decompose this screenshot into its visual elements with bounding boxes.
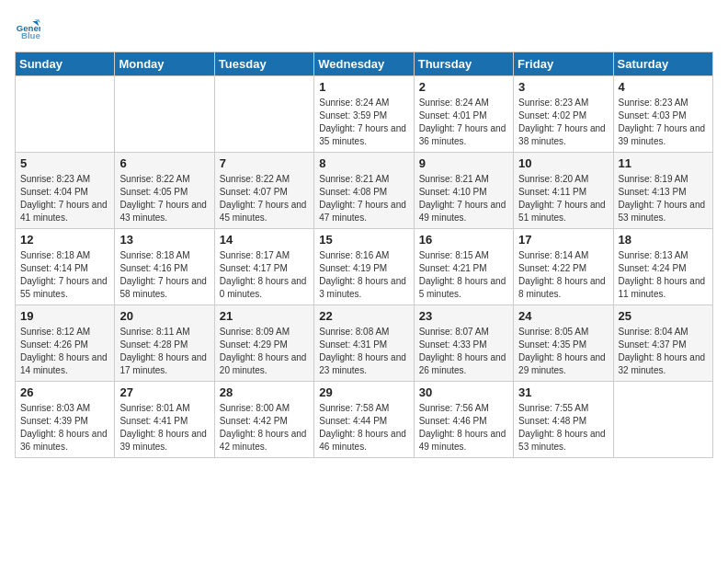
day-info: Sunrise: 8:01 AM Sunset: 4:41 PM Dayligh…: [119, 402, 209, 454]
calendar-cell: 4Sunrise: 8:23 AM Sunset: 4:03 PM Daylig…: [613, 76, 712, 153]
calendar-cell: 31Sunrise: 7:55 AM Sunset: 4:48 PM Dayli…: [514, 382, 613, 458]
page-header: General Blue: [15, 15, 713, 40]
day-number: 27: [119, 385, 209, 399]
calendar-cell: 11Sunrise: 8:19 AM Sunset: 4:13 PM Dayli…: [613, 153, 712, 229]
weekday-header-friday: Friday: [514, 52, 613, 76]
day-info: Sunrise: 8:04 AM Sunset: 4:37 PM Dayligh…: [619, 326, 708, 377]
day-number: 30: [419, 385, 508, 399]
day-info: Sunrise: 8:11 AM Sunset: 4:28 PM Dayligh…: [119, 326, 209, 377]
calendar-cell: [613, 382, 712, 458]
calendar-cell: 24Sunrise: 8:05 AM Sunset: 4:35 PM Dayli…: [514, 305, 613, 382]
logo: General Blue: [15, 15, 44, 40]
calendar-cell: 3Sunrise: 8:23 AM Sunset: 4:02 PM Daylig…: [514, 76, 613, 153]
calendar-cell: 28Sunrise: 8:00 AM Sunset: 4:42 PM Dayli…: [214, 382, 313, 458]
weekday-header-saturday: Saturday: [613, 52, 712, 76]
day-info: Sunrise: 8:23 AM Sunset: 4:03 PM Dayligh…: [619, 97, 708, 148]
calendar-cell: [115, 76, 214, 153]
day-number: 17: [518, 233, 608, 247]
day-number: 22: [319, 309, 408, 323]
day-info: Sunrise: 8:07 AM Sunset: 4:33 PM Dayligh…: [419, 326, 508, 377]
calendar-cell: 12Sunrise: 8:18 AM Sunset: 4:14 PM Dayli…: [16, 229, 115, 305]
calendar-cell: 29Sunrise: 7:58 AM Sunset: 4:44 PM Dayli…: [314, 382, 414, 458]
calendar-cell: 9Sunrise: 8:21 AM Sunset: 4:10 PM Daylig…: [414, 153, 513, 229]
weekday-header-thursday: Thursday: [414, 52, 513, 76]
calendar-cell: 8Sunrise: 8:21 AM Sunset: 4:08 PM Daylig…: [314, 153, 414, 229]
day-number: 18: [619, 233, 708, 247]
day-info: Sunrise: 8:22 AM Sunset: 4:07 PM Dayligh…: [220, 173, 309, 224]
calendar-cell: 2Sunrise: 8:24 AM Sunset: 4:01 PM Daylig…: [414, 76, 513, 153]
day-info: Sunrise: 8:08 AM Sunset: 4:31 PM Dayligh…: [319, 326, 408, 377]
calendar-week-4: 19Sunrise: 8:12 AM Sunset: 4:26 PM Dayli…: [16, 305, 713, 382]
day-info: Sunrise: 7:55 AM Sunset: 4:48 PM Dayligh…: [518, 402, 608, 454]
calendar-cell: 15Sunrise: 8:16 AM Sunset: 4:19 PM Dayli…: [314, 229, 414, 305]
calendar-cell: 13Sunrise: 8:18 AM Sunset: 4:16 PM Dayli…: [115, 229, 214, 305]
day-info: Sunrise: 8:14 AM Sunset: 4:22 PM Dayligh…: [518, 249, 608, 301]
calendar-cell: 17Sunrise: 8:14 AM Sunset: 4:22 PM Dayli…: [514, 229, 613, 305]
day-number: 24: [518, 309, 608, 323]
day-info: Sunrise: 7:56 AM Sunset: 4:46 PM Dayligh…: [419, 402, 508, 454]
svg-text:Blue: Blue: [21, 30, 40, 40]
calendar-cell: 16Sunrise: 8:15 AM Sunset: 4:21 PM Dayli…: [414, 229, 513, 305]
day-info: Sunrise: 8:24 AM Sunset: 3:59 PM Dayligh…: [319, 97, 408, 148]
day-info: Sunrise: 8:18 AM Sunset: 4:16 PM Dayligh…: [119, 249, 209, 301]
day-number: 9: [419, 156, 508, 170]
calendar-cell: 21Sunrise: 8:09 AM Sunset: 4:29 PM Dayli…: [214, 305, 313, 382]
day-number: 5: [20, 156, 109, 170]
day-info: Sunrise: 8:12 AM Sunset: 4:26 PM Dayligh…: [20, 326, 109, 377]
calendar-cell: 18Sunrise: 8:13 AM Sunset: 4:24 PM Dayli…: [613, 229, 712, 305]
day-info: Sunrise: 8:23 AM Sunset: 4:02 PM Dayligh…: [518, 97, 608, 148]
weekday-header-sunday: Sunday: [16, 52, 115, 76]
day-number: 28: [220, 385, 309, 399]
day-info: Sunrise: 8:17 AM Sunset: 4:17 PM Dayligh…: [220, 249, 309, 301]
day-number: 23: [419, 309, 508, 323]
day-number: 20: [119, 309, 209, 323]
day-info: Sunrise: 8:18 AM Sunset: 4:14 PM Dayligh…: [20, 249, 109, 301]
calendar-week-2: 5Sunrise: 8:23 AM Sunset: 4:04 PM Daylig…: [16, 153, 713, 229]
day-number: 31: [518, 385, 608, 399]
day-info: Sunrise: 8:20 AM Sunset: 4:11 PM Dayligh…: [518, 173, 608, 224]
day-info: Sunrise: 8:23 AM Sunset: 4:04 PM Dayligh…: [20, 173, 109, 224]
weekday-header-monday: Monday: [115, 52, 214, 76]
day-number: 21: [220, 309, 309, 323]
day-number: 6: [119, 156, 209, 170]
calendar-cell: 7Sunrise: 8:22 AM Sunset: 4:07 PM Daylig…: [214, 153, 313, 229]
day-number: 26: [20, 385, 109, 399]
calendar-week-5: 26Sunrise: 8:03 AM Sunset: 4:39 PM Dayli…: [16, 382, 713, 458]
day-info: Sunrise: 8:15 AM Sunset: 4:21 PM Dayligh…: [419, 249, 508, 301]
day-info: Sunrise: 8:05 AM Sunset: 4:35 PM Dayligh…: [518, 326, 608, 377]
day-number: 8: [319, 156, 408, 170]
day-info: Sunrise: 8:21 AM Sunset: 4:10 PM Dayligh…: [419, 173, 508, 224]
calendar-cell: 30Sunrise: 7:56 AM Sunset: 4:46 PM Dayli…: [414, 382, 513, 458]
day-info: Sunrise: 8:16 AM Sunset: 4:19 PM Dayligh…: [319, 249, 408, 301]
day-number: 29: [319, 385, 408, 399]
day-number: 19: [20, 309, 109, 323]
day-info: Sunrise: 8:19 AM Sunset: 4:13 PM Dayligh…: [619, 173, 708, 224]
calendar-cell: 10Sunrise: 8:20 AM Sunset: 4:11 PM Dayli…: [514, 153, 613, 229]
calendar-cell: 20Sunrise: 8:11 AM Sunset: 4:28 PM Dayli…: [115, 305, 214, 382]
calendar-cell: 6Sunrise: 8:22 AM Sunset: 4:05 PM Daylig…: [115, 153, 214, 229]
day-number: 11: [619, 156, 708, 170]
day-info: Sunrise: 8:03 AM Sunset: 4:39 PM Dayligh…: [20, 402, 109, 454]
day-info: Sunrise: 8:24 AM Sunset: 4:01 PM Dayligh…: [419, 97, 508, 148]
day-number: 7: [220, 156, 309, 170]
weekday-header-row: SundayMondayTuesdayWednesdayThursdayFrid…: [16, 52, 713, 76]
day-number: 1: [319, 80, 408, 94]
day-info: Sunrise: 8:13 AM Sunset: 4:24 PM Dayligh…: [619, 249, 708, 301]
day-number: 2: [419, 80, 508, 94]
calendar-cell: 1Sunrise: 8:24 AM Sunset: 3:59 PM Daylig…: [314, 76, 414, 153]
day-number: 10: [518, 156, 608, 170]
calendar-cell: [16, 76, 115, 153]
day-info: Sunrise: 8:00 AM Sunset: 4:42 PM Dayligh…: [220, 402, 309, 454]
calendar-cell: 14Sunrise: 8:17 AM Sunset: 4:17 PM Dayli…: [214, 229, 313, 305]
calendar-table: SundayMondayTuesdayWednesdayThursdayFrid…: [15, 52, 713, 458]
day-number: 3: [518, 80, 608, 94]
day-info: Sunrise: 8:22 AM Sunset: 4:05 PM Dayligh…: [119, 173, 209, 224]
calendar-cell: 23Sunrise: 8:07 AM Sunset: 4:33 PM Dayli…: [414, 305, 513, 382]
day-number: 14: [220, 233, 309, 247]
day-number: 25: [619, 309, 708, 323]
calendar-week-3: 12Sunrise: 8:18 AM Sunset: 4:14 PM Dayli…: [16, 229, 713, 305]
calendar-cell: 27Sunrise: 8:01 AM Sunset: 4:41 PM Dayli…: [115, 382, 214, 458]
day-number: 16: [419, 233, 508, 247]
calendar-cell: 22Sunrise: 8:08 AM Sunset: 4:31 PM Dayli…: [314, 305, 414, 382]
calendar-week-1: 1Sunrise: 8:24 AM Sunset: 3:59 PM Daylig…: [16, 76, 713, 153]
